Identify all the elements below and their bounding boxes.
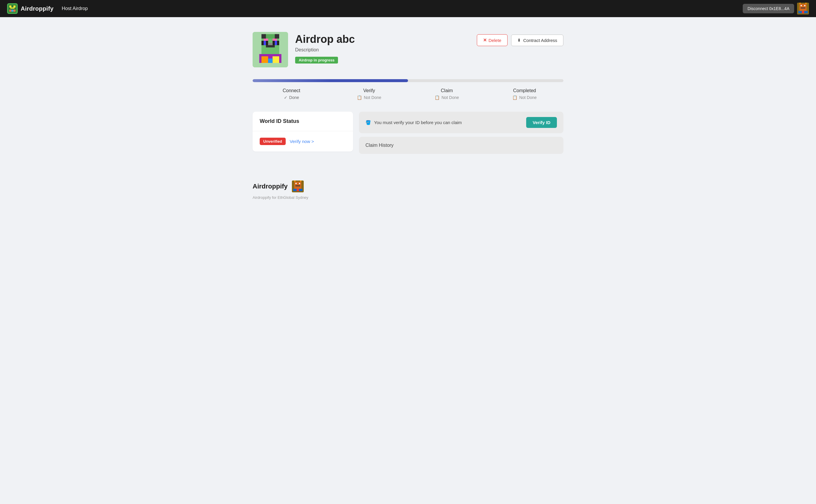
world-id-card: World ID Status Unverified Verify now > <box>253 112 353 152</box>
step-claim-status: 📋 Not Done <box>423 95 471 100</box>
main-content: Airdrop abc Description Airdrop in progr… <box>246 17 570 172</box>
svg-rect-39 <box>293 189 297 191</box>
navbar: Airdroppify Host Airdrop Disconnect 0x1E… <box>0 0 816 17</box>
claim-history-card: Claim History <box>359 137 563 154</box>
verify-id-card: 🪣 You must verify your ID before you can… <box>359 112 563 133</box>
step-completed: Completed 📋 Not Done <box>501 88 548 100</box>
svg-rect-14 <box>802 11 804 13</box>
svg-rect-38 <box>295 185 300 186</box>
svg-rect-41 <box>297 189 299 191</box>
step-verify-text: Not Done <box>364 95 381 100</box>
svg-rect-30 <box>273 56 279 63</box>
airdrop-image <box>253 32 288 67</box>
svg-rect-42 <box>294 181 295 182</box>
svg-rect-6 <box>12 10 14 12</box>
svg-rect-5 <box>14 10 16 12</box>
svg-rect-29 <box>261 56 268 63</box>
status-badge: Airdrop in progress <box>295 57 338 64</box>
svg-rect-12 <box>798 11 802 13</box>
host-airdrop-link[interactable]: Host Airdrop <box>58 4 91 13</box>
footer-logo-text: Airdroppify <box>253 183 288 190</box>
progress-section: Connect ✓ Done Verify 📋 Not Done Claim 📋… <box>253 79 563 100</box>
svg-rect-37 <box>299 183 300 184</box>
step-verify-label: Verify <box>346 88 393 93</box>
delete-button[interactable]: ✕ Delete <box>477 34 508 46</box>
delete-x-icon: ✕ <box>483 38 487 43</box>
right-panel: 🪣 You must verify your ID before you can… <box>359 112 563 154</box>
lower-section: World ID Status Unverified Verify now > … <box>253 112 563 154</box>
checkmark-icon: ✓ <box>284 95 287 100</box>
footer: Airdroppify Airdroppify for EthGlobal Sy… <box>246 172 570 212</box>
airdrop-details: Airdrop abc Description Airdrop in progr… <box>295 32 355 64</box>
contract-label: Contract Address <box>523 38 557 43</box>
avatar <box>797 3 809 14</box>
svg-rect-27 <box>275 41 277 45</box>
svg-rect-4 <box>9 10 12 12</box>
svg-rect-33 <box>275 34 279 39</box>
airdrop-title: Airdrop abc <box>295 33 355 45</box>
step-connect-label: Connect <box>268 88 315 93</box>
progress-steps: Connect ✓ Done Verify 📋 Not Done Claim 📋… <box>253 88 563 100</box>
step-completed-label: Completed <box>501 88 548 93</box>
calendar-icon-claim: 📋 <box>435 95 440 100</box>
step-verify-status: 📋 Not Done <box>346 95 393 100</box>
svg-rect-9 <box>801 5 802 6</box>
verify-message-icon: 🪣 <box>365 120 371 125</box>
svg-rect-43 <box>300 181 301 182</box>
navbar-right: Disconnect 0x1E8...4A <box>743 3 809 14</box>
step-claim-label: Claim <box>423 88 471 93</box>
calendar-icon-completed: 📋 <box>512 95 517 100</box>
svg-rect-25 <box>268 43 273 45</box>
airdrop-description: Description <box>295 47 355 53</box>
calendar-icon-verify: 📋 <box>357 95 362 100</box>
logo-text: Airdroppify <box>21 5 53 12</box>
progress-bar-fill <box>253 79 408 82</box>
step-verify: Verify 📋 Not Done <box>346 88 393 100</box>
navbar-logo: Airdroppify <box>7 3 53 14</box>
svg-rect-13 <box>804 11 808 13</box>
step-claim-text: Not Done <box>441 95 459 100</box>
step-connect-text: Done <box>289 95 299 100</box>
svg-rect-1 <box>9 6 12 8</box>
step-connect-status: ✓ Done <box>268 95 315 100</box>
svg-rect-32 <box>261 34 266 39</box>
verify-id-text: 🪣 You must verify your ID before you can… <box>365 120 462 125</box>
progress-bar-container <box>253 79 563 82</box>
airdrop-actions: ✕ Delete ⬇ Contract Address <box>477 32 563 46</box>
svg-rect-11 <box>801 7 805 9</box>
svg-rect-10 <box>804 5 805 6</box>
claim-history-label: Claim History <box>365 143 394 148</box>
step-completed-text: Not Done <box>519 95 537 100</box>
svg-rect-26 <box>264 41 266 45</box>
step-completed-status: 📋 Not Done <box>501 95 548 100</box>
verify-now-link[interactable]: Verify now > <box>290 139 314 144</box>
svg-rect-2 <box>14 6 16 8</box>
svg-rect-40 <box>299 189 303 191</box>
airdrop-header: Airdrop abc Description Airdrop in progr… <box>253 32 563 67</box>
disconnect-button[interactable]: Disconnect 0x1E8...4A <box>743 4 794 13</box>
world-id-body: Unverified Verify now > <box>253 131 353 152</box>
svg-rect-3 <box>10 8 14 9</box>
unverified-badge: Unverified <box>260 138 286 145</box>
verify-id-button[interactable]: Verify ID <box>526 117 557 128</box>
step-connect: Connect ✓ Done <box>268 88 315 100</box>
footer-logo: Airdroppify <box>253 181 563 192</box>
svg-rect-22 <box>266 45 275 48</box>
delete-label: Delete <box>489 38 501 43</box>
download-icon: ⬇ <box>517 38 521 43</box>
airdrop-info: Airdrop abc Description Airdrop in progr… <box>253 32 355 67</box>
svg-rect-15 <box>799 3 801 4</box>
svg-rect-16 <box>805 3 807 4</box>
contract-address-button[interactable]: ⬇ Contract Address <box>511 35 563 46</box>
svg-rect-36 <box>295 183 297 184</box>
footer-avatar <box>292 181 304 192</box>
step-claim: Claim 📋 Not Done <box>423 88 471 100</box>
svg-rect-31 <box>268 58 273 63</box>
footer-caption: Airdroppify for EthGlobal Sydney <box>253 195 563 200</box>
navbar-left: Airdroppify Host Airdrop <box>7 3 91 14</box>
logo-icon <box>7 3 18 14</box>
verify-message: You must verify your ID before you can c… <box>374 120 462 125</box>
world-id-header: World ID Status <box>253 112 353 131</box>
